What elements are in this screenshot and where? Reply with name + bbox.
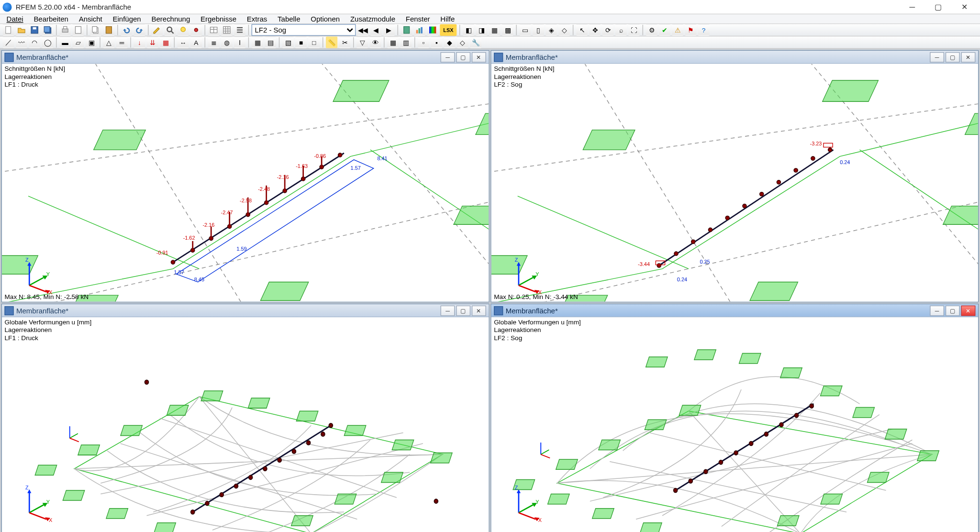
copy-icon[interactable] xyxy=(90,24,102,36)
clip-icon[interactable]: ✂ xyxy=(339,36,351,48)
menu-bearbeiten[interactable]: Bearbeiten xyxy=(31,14,71,23)
warn-icon[interactable]: ⚠ xyxy=(672,24,684,36)
zoom-window-icon[interactable]: ⌕ xyxy=(615,24,627,36)
select-pointer-icon[interactable]: ↖ xyxy=(576,24,588,36)
window-tile-icon[interactable]: ▦ xyxy=(387,36,399,48)
view-persp-icon[interactable]: ◇ xyxy=(558,24,570,36)
more-2-icon[interactable]: ▪ xyxy=(431,36,443,48)
window-close-button[interactable]: ✕ xyxy=(951,0,977,14)
more-3-icon[interactable]: ◆ xyxy=(444,36,456,48)
menu-tabelle[interactable]: Tabelle xyxy=(275,14,303,23)
print-preview-icon[interactable] xyxy=(72,24,84,36)
lsx-icon[interactable]: LSX xyxy=(440,24,457,36)
wrench-icon[interactable]: 🔧 xyxy=(470,36,482,48)
open-file-icon[interactable] xyxy=(16,24,28,36)
nav-first-icon[interactable]: ◀◀ xyxy=(357,24,369,36)
zoom-extent-icon[interactable]: ⛶ xyxy=(628,24,640,36)
redo-icon[interactable] xyxy=(134,24,145,36)
calc-icon[interactable] xyxy=(401,24,412,36)
more-1-icon[interactable]: ▫ xyxy=(418,36,430,48)
child-maximize-button[interactable]: ▢ xyxy=(946,52,960,62)
misc-icon-4[interactable]: ▩ xyxy=(502,24,514,36)
misc-icon-3[interactable]: ▦ xyxy=(489,24,501,36)
table-icon[interactable] xyxy=(208,24,220,36)
menu-ergebnisse[interactable]: Ergebnisse xyxy=(198,14,239,23)
solid-icon[interactable]: ▣ xyxy=(85,36,97,48)
menu-optionen[interactable]: Optionen xyxy=(308,14,343,23)
render-solid-icon[interactable]: ■ xyxy=(295,36,307,48)
results-icon[interactable] xyxy=(414,24,426,36)
color-scale-icon[interactable] xyxy=(427,24,439,36)
fe-settings-icon[interactable]: ▤ xyxy=(265,36,277,48)
help-icon[interactable]: ? xyxy=(698,24,710,36)
window-cascade-icon[interactable]: ▥ xyxy=(400,36,412,48)
nav-next-icon[interactable]: ▶ xyxy=(383,24,395,36)
load-point-icon[interactable]: ↓ xyxy=(134,36,145,48)
viewport-4[interactable]: Globale Verformungen u [mm] Lagerreaktio… xyxy=(491,318,978,532)
view-front-icon[interactable]: ▭ xyxy=(519,24,531,36)
child-maximize-button[interactable]: ▢ xyxy=(946,305,960,316)
viewport-3[interactable]: Globale Verformungen u [mm] Lagerreaktio… xyxy=(2,318,489,532)
node-icon[interactable] xyxy=(190,24,202,36)
child-window-1-titlebar[interactable]: Membranfläche* ─ ▢ ✕ xyxy=(2,51,489,64)
menu-ansicht[interactable]: Ansicht xyxy=(76,14,105,23)
child-minimize-button[interactable]: ─ xyxy=(441,52,455,62)
child-minimize-button[interactable]: ─ xyxy=(930,305,944,316)
ruler-icon[interactable]: 📏 xyxy=(326,36,338,48)
window-minimize-button[interactable]: ─ xyxy=(899,0,925,14)
surface-icon[interactable]: ▱ xyxy=(72,36,84,48)
load-area-icon[interactable]: ▦ xyxy=(160,36,172,48)
child-close-button[interactable]: ✕ xyxy=(472,52,486,62)
child-close-button[interactable]: ✕ xyxy=(961,305,976,316)
print-icon[interactable] xyxy=(59,24,71,36)
child-minimize-button[interactable]: ─ xyxy=(930,52,944,62)
visibility-icon[interactable]: 👁 xyxy=(369,36,381,48)
misc-icon-2[interactable]: ◨ xyxy=(476,24,488,36)
viewport-1[interactable]: Schnittgrößen N [kN] Lagerreaktionen LF1… xyxy=(2,64,489,302)
child-maximize-button[interactable]: ▢ xyxy=(456,305,470,316)
save-all-icon[interactable] xyxy=(42,24,54,36)
undo-icon[interactable] xyxy=(121,24,133,36)
child-minimize-button[interactable]: ─ xyxy=(441,305,455,316)
support-line-icon[interactable]: ═ xyxy=(116,36,128,48)
child-maximize-button[interactable]: ▢ xyxy=(456,52,470,62)
viewport-2[interactable]: Schnittgrößen N [kN] Lagerreaktionen LF2… xyxy=(491,64,978,302)
save-icon[interactable] xyxy=(29,24,41,36)
circle-icon[interactable]: ◯ xyxy=(42,36,54,48)
pan-icon[interactable]: ✥ xyxy=(589,24,601,36)
render-wire-icon[interactable]: ▧ xyxy=(282,36,294,48)
misc-icon-1[interactable]: ◧ xyxy=(463,24,475,36)
view-iso-icon[interactable]: ◈ xyxy=(546,24,557,36)
member-icon[interactable]: ▬ xyxy=(59,36,71,48)
support-point-icon[interactable]: △ xyxy=(103,36,115,48)
render-trans-icon[interactable]: □ xyxy=(308,36,320,48)
polyline-icon[interactable]: 〰 xyxy=(16,36,28,48)
grid-icon[interactable] xyxy=(221,24,233,36)
flag-icon[interactable]: ⚑ xyxy=(685,24,697,36)
menu-fenster[interactable]: Fenster xyxy=(403,14,433,23)
text-icon[interactable]: A xyxy=(190,36,202,48)
check-icon[interactable]: ✔ xyxy=(659,24,671,36)
find-icon[interactable] xyxy=(164,24,176,36)
child-close-button[interactable]: ✕ xyxy=(472,305,486,316)
menu-einfuegen[interactable]: Einfügen xyxy=(110,14,144,23)
layer-icon[interactable]: ≣ xyxy=(208,36,220,48)
section-icon[interactable]: Ⅰ xyxy=(234,36,246,48)
material-icon[interactable]: ◍ xyxy=(221,36,233,48)
rotate-icon[interactable]: ⟳ xyxy=(602,24,614,36)
child-close-button[interactable]: ✕ xyxy=(961,52,976,62)
view-side-icon[interactable]: ▯ xyxy=(533,24,545,36)
bulb-icon[interactable] xyxy=(177,24,189,36)
mesh-icon[interactable]: ▦ xyxy=(252,36,264,48)
filter-icon[interactable]: ▽ xyxy=(356,36,368,48)
more-4-icon[interactable]: ◇ xyxy=(457,36,469,48)
line-icon[interactable]: ／ xyxy=(2,36,14,48)
menu-berechnung[interactable]: Berechnung xyxy=(149,14,193,23)
child-window-4-titlebar[interactable]: Membranfläche* ─ ▢ ✕ xyxy=(491,304,978,317)
menu-hilfe[interactable]: Hilfe xyxy=(438,14,457,23)
list-icon[interactable] xyxy=(234,24,246,36)
nav-prev-icon[interactable]: ◀ xyxy=(370,24,382,36)
child-window-3-titlebar[interactable]: Membranfläche* ─ ▢ ✕ xyxy=(2,304,489,317)
new-file-icon[interactable] xyxy=(2,24,14,36)
edit-icon[interactable] xyxy=(151,24,163,36)
